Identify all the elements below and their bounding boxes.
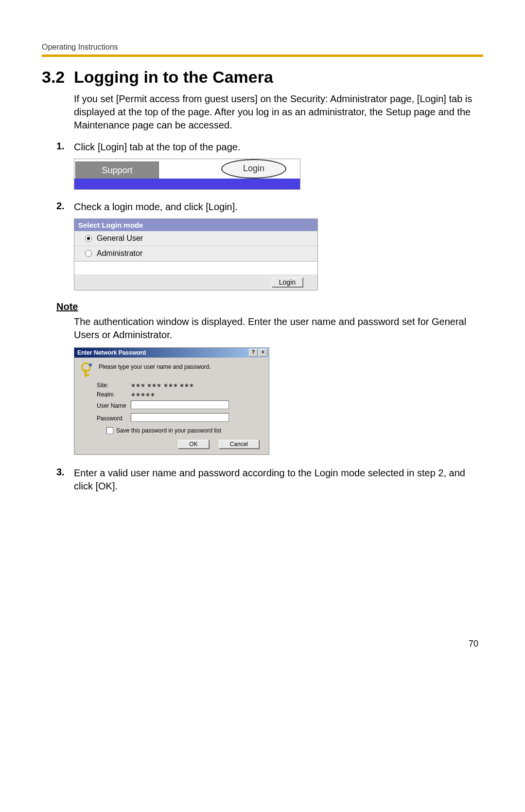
option-administrator[interactable]: Administrator: [74, 246, 317, 261]
step-1: 1. Click [Login] tab at the top of the p…: [56, 141, 483, 154]
dialog-titlebar: Enter Network Password ? ×: [74, 348, 269, 358]
password-input[interactable]: [131, 413, 229, 422]
option-general-user[interactable]: General User: [74, 231, 317, 246]
dialog-title: Enter Network Password: [77, 349, 248, 356]
header-rule: [42, 54, 483, 57]
section-title: 3.2Logging in to the Camera: [42, 68, 483, 87]
step-2: 2. Check a login mode, and click [Login]…: [56, 200, 483, 214]
step-3-text: Enter a valid user name and password acc…: [74, 467, 483, 493]
note-heading: Note: [56, 301, 483, 312]
tab-support[interactable]: Support: [75, 162, 159, 179]
figure-login-mode: Select Login mode General User Administr…: [74, 218, 483, 290]
option-administrator-label: Administrator: [97, 249, 142, 258]
step-1-text: Click [Login] tab at the top of the page…: [74, 141, 240, 154]
figure-auth-dialog: Enter Network Password ? × Please type y…: [74, 347, 269, 455]
page-number: 70: [42, 639, 483, 649]
note-body: The authentication window is displayed. …: [74, 315, 483, 342]
login-button[interactable]: Login: [272, 277, 303, 287]
radio-general-user[interactable]: [85, 235, 92, 242]
running-head: Operating Instructions: [42, 43, 483, 52]
section-number: 3.2: [42, 68, 74, 87]
section-heading-text: Logging in to the Camera: [74, 68, 273, 86]
save-password-checkbox[interactable]: [106, 427, 113, 434]
tab-strip: [74, 179, 300, 189]
ok-button[interactable]: OK: [178, 440, 209, 449]
step-3: 3. Enter a valid user name and password …: [56, 467, 483, 493]
tab-login[interactable]: Login: [221, 159, 286, 179]
dialog-prompt: Please type your user name and password.: [99, 362, 211, 370]
username-input[interactable]: [131, 400, 229, 409]
site-label: Site:: [97, 382, 131, 389]
login-mode-title: Select Login mode: [74, 219, 317, 231]
password-label: Password: [97, 415, 131, 422]
radio-administrator[interactable]: [85, 250, 92, 257]
step-2-number: 2.: [56, 200, 74, 214]
section-intro: If you set [Permit access from guest use…: [74, 92, 483, 132]
realm-value: ∗∗∗∗∗: [131, 391, 262, 398]
key-icon: [80, 362, 94, 377]
figure-tabs: Support Login: [74, 159, 483, 190]
username-label: User Name: [97, 402, 131, 409]
step-1-number: 1.: [56, 141, 74, 154]
close-icon[interactable]: ×: [259, 349, 267, 357]
cancel-button[interactable]: Cancel: [219, 440, 259, 449]
save-password-label: Save this password in your password list: [116, 427, 221, 434]
site-value: ∗∗∗ ∗∗∗ ∗∗∗ ∗∗∗: [131, 382, 262, 389]
step-3-number: 3.: [56, 467, 74, 493]
option-general-user-label: General User: [97, 234, 143, 243]
help-icon[interactable]: ?: [249, 349, 258, 357]
realm-label: Realm: [97, 391, 131, 398]
step-2-text: Check a login mode, and click [Login].: [74, 200, 238, 214]
